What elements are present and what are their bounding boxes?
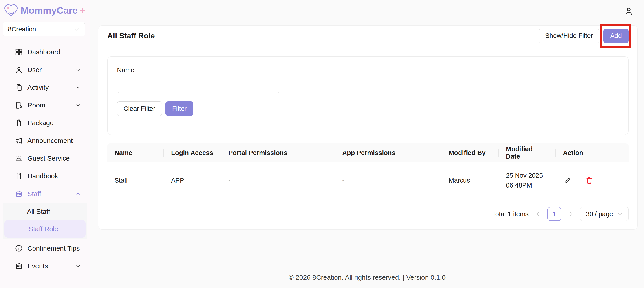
name-filter-input[interactable] bbox=[117, 78, 280, 93]
staff-submenu: All Staff Staff Role bbox=[3, 203, 87, 239]
topbar bbox=[90, 0, 644, 22]
filter-buttons: Clear Filter Filter bbox=[117, 101, 619, 116]
brand-name: MommyCare bbox=[21, 5, 78, 16]
sidebar-item-confinement-tips[interactable]: Confinement Tips bbox=[0, 239, 90, 257]
chevron-right-icon bbox=[568, 211, 574, 217]
card-header: All Staff Role Show/Hide Filter Add bbox=[98, 25, 638, 46]
room-icon bbox=[15, 101, 23, 109]
cell-app-permissions: - bbox=[335, 162, 442, 199]
next-page-button[interactable] bbox=[568, 211, 574, 217]
cell-action bbox=[556, 162, 628, 199]
footer-text: © 2026 8Creation. All rights reserved. |… bbox=[289, 274, 446, 281]
chevron-down-icon bbox=[73, 26, 80, 32]
cell-modified-date: 25 Nov 2025 06:48PM bbox=[499, 162, 556, 199]
modified-date-line2: 06:48PM bbox=[506, 181, 548, 190]
previous-page-button[interactable] bbox=[535, 211, 541, 217]
sidebar-item-user[interactable]: User bbox=[0, 61, 90, 78]
chevron-left-icon bbox=[535, 211, 541, 217]
organization-select[interactable]: 8Creation bbox=[3, 22, 85, 36]
sidebar-item-all-staff[interactable]: All Staff bbox=[3, 203, 87, 220]
sidebar-subitem-label: Staff Role bbox=[29, 225, 58, 233]
chevron-down-icon bbox=[75, 102, 81, 108]
chevron-up-icon bbox=[75, 191, 81, 197]
name-field-label: Name bbox=[117, 66, 619, 74]
sidebar-item-label: Events bbox=[28, 262, 71, 270]
dashboard-icon bbox=[15, 48, 23, 56]
column-header-app-permissions: App Permissions bbox=[335, 143, 442, 162]
page-title: All Staff Role bbox=[107, 31, 155, 40]
sidebar-item-label: Announcement bbox=[28, 137, 81, 144]
table-header-row: Name Login Access Portal Permissions App… bbox=[107, 143, 628, 162]
user-account-button[interactable] bbox=[624, 6, 634, 16]
sidebar-item-staff-role[interactable]: Staff Role bbox=[4, 220, 86, 238]
staff-badge-icon bbox=[15, 190, 23, 198]
cell-modified-by: Marcus bbox=[442, 162, 499, 199]
card-body: Name Clear Filter Filter Name Login Acce… bbox=[98, 46, 638, 221]
package-icon bbox=[15, 119, 23, 127]
sidebar-item-announcement[interactable]: Announcement bbox=[0, 132, 90, 149]
edit-pencil-icon bbox=[563, 176, 572, 185]
announcement-icon bbox=[15, 137, 23, 145]
column-header-modified-date: Modified Date bbox=[499, 143, 556, 162]
chevron-down-icon bbox=[75, 67, 81, 73]
add-button-wrap: Add bbox=[603, 29, 628, 43]
chevron-down-icon bbox=[617, 211, 623, 217]
guest-service-icon bbox=[15, 154, 23, 162]
pagination: Total 1 items 1 30 / page bbox=[107, 199, 628, 221]
sidebar-item-activity[interactable]: Activity bbox=[0, 78, 90, 96]
column-header-action: Action bbox=[556, 143, 628, 162]
sidebar-item-package[interactable]: Package bbox=[0, 114, 90, 132]
footer: © 2026 8Creation. All rights reserved. |… bbox=[90, 274, 644, 281]
sidebar-item-label: Dashboard bbox=[28, 48, 81, 56]
cell-portal-permissions: - bbox=[221, 162, 335, 199]
sidebar-item-label: Guest Service bbox=[28, 155, 81, 162]
column-header-login-access: Login Access bbox=[164, 143, 221, 162]
column-header-portal-permissions: Portal Permissions bbox=[221, 143, 335, 162]
filter-panel: Name Clear Filter Filter bbox=[107, 56, 628, 135]
page-number-1[interactable]: 1 bbox=[548, 207, 561, 221]
delete-button[interactable] bbox=[585, 176, 594, 185]
edit-button[interactable] bbox=[563, 176, 572, 185]
sidebar-item-label: Handbook bbox=[28, 172, 81, 180]
cell-name: Staff bbox=[107, 162, 164, 199]
sidebar-menu: Dashboard User Activity bbox=[0, 43, 90, 275]
staff-role-card: All Staff Role Show/Hide Filter Add Name… bbox=[98, 25, 638, 230]
info-icon bbox=[15, 244, 23, 252]
sidebar-item-label: Confinement Tips bbox=[28, 245, 81, 252]
sidebar-item-guest-service[interactable]: Guest Service bbox=[0, 149, 90, 167]
sidebar-item-label: User bbox=[28, 66, 71, 74]
sidebar-item-label: Activity bbox=[28, 84, 71, 91]
chevron-down-icon bbox=[75, 263, 81, 269]
sidebar-item-events[interactable]: Events bbox=[0, 257, 90, 275]
page-size-select[interactable]: 30 / page bbox=[580, 207, 628, 221]
add-button[interactable]: Add bbox=[603, 29, 628, 43]
chevron-down-icon bbox=[75, 85, 81, 90]
header-actions: Show/Hide Filter Add bbox=[539, 29, 628, 43]
sidebar-item-staff[interactable]: Staff bbox=[0, 185, 90, 203]
cell-login-access: APP bbox=[164, 162, 221, 199]
column-header-name: Name bbox=[107, 143, 164, 162]
sidebar-item-handbook[interactable]: Handbook bbox=[0, 167, 90, 185]
sidebar: MommyCare+ 8Creation Dashboard User bbox=[0, 0, 90, 288]
filter-button[interactable]: Filter bbox=[166, 101, 193, 116]
clear-filter-button[interactable]: Clear Filter bbox=[117, 101, 162, 116]
sidebar-item-label: Package bbox=[28, 119, 81, 127]
trash-icon bbox=[585, 176, 594, 185]
user-icon bbox=[15, 66, 23, 74]
table-row: Staff APP - - Marcus 25 Nov 2025 06:48PM bbox=[107, 162, 628, 199]
modified-date-line1: 25 Nov 2025 bbox=[506, 171, 548, 181]
show-hide-filter-button[interactable]: Show/Hide Filter bbox=[539, 29, 600, 43]
heart-hand-logo-icon bbox=[4, 3, 18, 17]
user-icon bbox=[624, 6, 634, 16]
column-header-modified-by: Modified By bbox=[442, 143, 499, 162]
organization-select-value: 8Creation bbox=[8, 25, 36, 33]
events-badge-icon bbox=[15, 262, 23, 270]
sidebar-item-label: Staff bbox=[28, 190, 71, 198]
activity-icon bbox=[15, 83, 23, 91]
sidebar-item-label: Room bbox=[28, 101, 71, 109]
handbook-icon bbox=[15, 172, 23, 180]
brand-plus: + bbox=[80, 5, 86, 16]
page-size-value: 30 / page bbox=[586, 210, 613, 218]
sidebar-item-dashboard[interactable]: Dashboard bbox=[0, 43, 90, 61]
sidebar-item-room[interactable]: Room bbox=[0, 96, 90, 114]
